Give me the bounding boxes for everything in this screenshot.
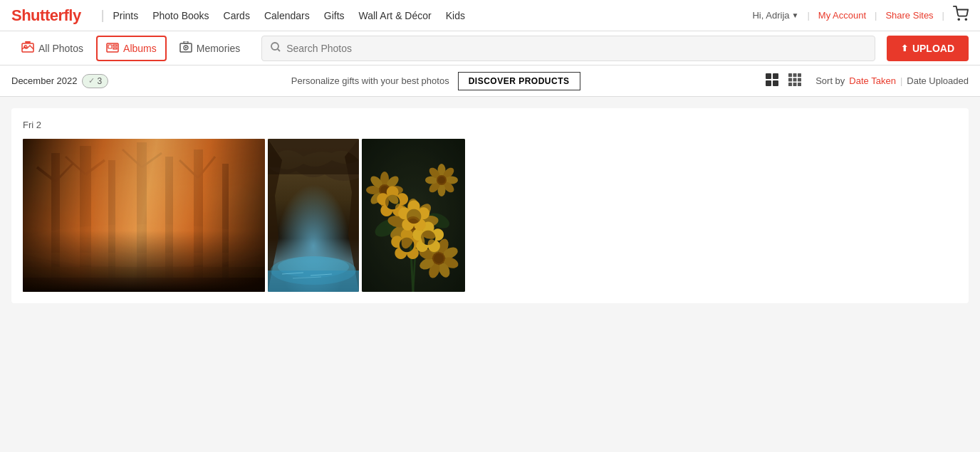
sort-divider: | — [900, 75, 902, 86]
nav-link-prints[interactable]: Prints — [113, 10, 138, 21]
logo-text: Shutterfly — [11, 6, 81, 25]
svg-rect-27 — [23, 139, 265, 292]
photo-cave[interactable] — [268, 139, 359, 292]
svg-rect-32 — [137, 142, 147, 285]
svg-rect-16 — [766, 80, 771, 86]
svg-rect-6 — [108, 45, 112, 48]
svg-rect-18 — [788, 73, 792, 77]
svg-point-13 — [271, 43, 278, 50]
nav-link-kids[interactable]: Kids — [446, 10, 465, 21]
svg-point-62 — [412, 201, 434, 224]
date-label: December 2022 ✓ 3 — [11, 74, 108, 88]
sort-date-uploaded[interactable]: Date Uploaded — [907, 75, 969, 86]
svg-point-69 — [392, 201, 414, 224]
share-sites-link[interactable]: Share Sites — [885, 10, 933, 21]
search-icon — [271, 42, 281, 54]
main-content: Fri 2 — [0, 97, 980, 323]
svg-line-39 — [85, 160, 105, 174]
dropdown-arrow-icon: ▼ — [792, 11, 799, 19]
svg-rect-53 — [268, 270, 359, 292]
nav-link-photo-books[interactable]: Photo Books — [152, 10, 209, 21]
svg-rect-22 — [793, 78, 797, 81]
search-input[interactable] — [286, 43, 866, 54]
svg-rect-31 — [108, 160, 115, 281]
svg-rect-20 — [798, 73, 801, 77]
top-nav-divider-1: | — [807, 10, 809, 21]
cart-icon[interactable] — [953, 6, 969, 25]
discover-products-button[interactable]: DISCOVER PRODUCTS — [458, 72, 580, 90]
svg-rect-45 — [23, 267, 265, 292]
photo-group: Fri 2 — [11, 108, 969, 303]
svg-line-38 — [66, 157, 85, 174]
tab-memories[interactable]: Memories — [170, 36, 250, 61]
personalize-message: Personalize gifts with your best photos … — [108, 72, 763, 90]
top-navigation: Shutterfly | Prints Photo Books Cards Ca… — [0, 0, 980, 31]
tab-all-photos[interactable]: All Photos — [11, 36, 93, 61]
nav-link-cards[interactable]: Cards — [224, 10, 250, 21]
svg-rect-102 — [362, 139, 465, 292]
user-greeting[interactable]: Hi, Adrija ▼ — [752, 10, 798, 21]
sort-date-taken[interactable]: Date Taken — [849, 75, 896, 86]
tab-memories-label: Memories — [197, 43, 240, 54]
tab-albums[interactable]: Albums — [96, 36, 167, 61]
nav-divider: | — [101, 8, 105, 23]
nav-link-gifts[interactable]: Gifts — [324, 10, 345, 21]
svg-rect-8 — [113, 48, 117, 49]
logo[interactable]: Shutterfly — [11, 6, 81, 25]
svg-line-42 — [179, 160, 198, 178]
nav-link-calendars[interactable]: Calendars — [264, 10, 310, 21]
svg-point-48 — [23, 238, 265, 267]
memories-icon — [179, 41, 192, 56]
svg-rect-24 — [788, 83, 792, 86]
svg-point-70 — [405, 216, 421, 232]
svg-rect-28 — [23, 139, 265, 292]
grid-large-view-button[interactable] — [763, 70, 781, 92]
sort-controls: Sort by Date Taken | Date Uploaded — [815, 75, 969, 86]
svg-rect-33 — [165, 157, 173, 281]
svg-rect-7 — [113, 45, 117, 46]
svg-rect-21 — [788, 78, 792, 81]
svg-point-71 — [407, 219, 419, 230]
svg-line-40 — [123, 149, 142, 167]
svg-rect-57 — [268, 139, 359, 174]
photos-grid — [23, 139, 957, 292]
svg-rect-30 — [80, 146, 91, 285]
upload-arrow-icon: ⬆ — [901, 43, 908, 53]
upload-button[interactable]: ⬆ UPLOAD — [887, 36, 969, 61]
svg-rect-14 — [766, 73, 771, 79]
toolbar: December 2022 ✓ 3 Personalize gifts with… — [0, 65, 980, 97]
nav-link-wall-art[interactable]: Wall Art & Décor — [359, 10, 432, 21]
all-photos-icon — [21, 41, 34, 56]
svg-rect-12 — [184, 41, 188, 43]
svg-point-61 — [407, 199, 419, 219]
my-account-link[interactable]: My Account — [818, 10, 866, 21]
svg-rect-46 — [23, 278, 265, 292]
svg-line-37 — [56, 164, 73, 182]
view-controls — [763, 70, 804, 92]
svg-point-47 — [23, 224, 265, 267]
svg-line-43 — [198, 157, 215, 178]
svg-rect-17 — [773, 80, 778, 86]
svg-rect-34 — [194, 149, 203, 281]
top-nav-right: Hi, Adrija ▼ | My Account | Share Sites … — [752, 6, 969, 25]
svg-line-41 — [142, 153, 162, 167]
svg-point-1 — [965, 19, 966, 20]
photo-count-badge: ✓ 3 — [82, 74, 109, 88]
svg-rect-35 — [222, 164, 229, 281]
photo-forest[interactable] — [23, 139, 265, 292]
top-nav-divider-2: | — [875, 10, 877, 21]
top-nav-divider-3: | — [942, 10, 944, 21]
albums-icon — [106, 41, 119, 56]
search-bar — [261, 36, 875, 61]
svg-rect-25 — [793, 83, 797, 86]
svg-point-11 — [185, 46, 187, 48]
svg-rect-19 — [793, 73, 797, 77]
svg-rect-15 — [773, 73, 778, 79]
svg-rect-23 — [798, 78, 801, 81]
check-icon: ✓ — [88, 76, 95, 85]
grid-small-view-button[interactable] — [786, 70, 804, 92]
photo-flowers[interactable] — [362, 139, 465, 292]
group-date: Fri 2 — [23, 120, 957, 130]
tab-all-photos-label: All Photos — [38, 43, 83, 54]
svg-rect-29 — [51, 153, 60, 281]
